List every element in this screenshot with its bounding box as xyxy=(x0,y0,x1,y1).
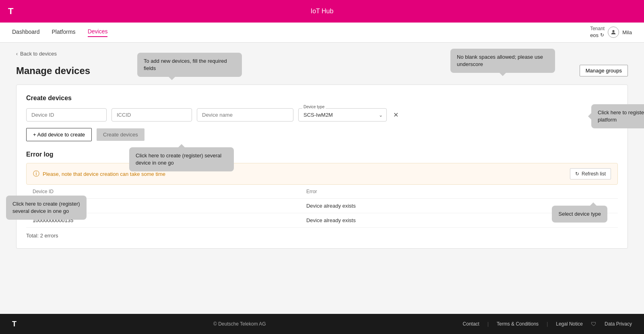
col-error: Error xyxy=(300,185,618,199)
device-type-label: Device type xyxy=(302,105,326,109)
table-row: 10000000000133 Device already exists xyxy=(26,199,618,213)
footer-copyright: © Deutsche Telekom AG xyxy=(213,321,266,327)
device-type-select[interactable]: SCS-IwM2M xyxy=(298,108,387,122)
footer-legal[interactable]: Legal Notice xyxy=(556,321,583,327)
tooltip-register-platform: Click here to create (register) several … xyxy=(129,147,234,171)
create-devices-button[interactable]: Create devices xyxy=(97,128,144,141)
nav-devices[interactable]: Devices xyxy=(88,28,108,37)
close-form-button[interactable]: ✕ xyxy=(392,109,400,120)
app-logo: T xyxy=(8,7,13,16)
create-devices-card: Create devices Device type SCS-IwM2M ⌄ ✕… xyxy=(16,85,628,249)
info-banner-message: Please, note that device creation can ta… xyxy=(43,171,165,177)
footer: T © Deutsche Telekom AG Contact | Terms … xyxy=(0,314,644,334)
secondary-navbar: Dashboard Platforms Devices Tenant eos ↻… xyxy=(0,23,644,43)
tooltip-create-several: Click here to update device statuses Cli… xyxy=(6,196,87,220)
tooltip-no-blank-spaces: No blank spaces allowed; please use unde… xyxy=(450,49,555,73)
manage-groups-button[interactable]: Manage groups xyxy=(580,65,628,76)
add-device-button[interactable]: + Add device to create xyxy=(26,128,92,141)
create-devices-title: Create devices xyxy=(26,95,618,102)
form-buttons-row: + Add device to create Create devices xyxy=(26,128,618,141)
footer-logo: T xyxy=(12,320,17,328)
svg-point-0 xyxy=(612,30,614,32)
error-table: Device ID Error 10000000000133 Device al… xyxy=(26,185,618,228)
footer-privacy[interactable]: Data Privacy xyxy=(605,321,632,327)
footer-terms[interactable]: Terms & Conditions xyxy=(497,321,539,327)
back-arrow-icon: ‹ xyxy=(16,51,18,57)
table-row: 10000000000135 Device already exists xyxy=(26,213,618,228)
info-icon: ⓘ xyxy=(33,170,39,178)
refresh-icon: ↻ xyxy=(575,171,579,177)
iccid-input[interactable] xyxy=(111,108,192,122)
tooltip-select-device-type: Click here to register device to your pl… xyxy=(591,104,644,128)
nav-dashboard[interactable]: Dashboard xyxy=(12,29,40,37)
user-area: Tenant eos ↻ Mila xyxy=(590,26,632,39)
tooltip-fill-fields: To add new devices, fill the required fi… xyxy=(137,53,242,77)
page-title: Manage devices xyxy=(16,65,90,76)
nav-platforms[interactable]: Platforms xyxy=(52,29,76,37)
refresh-list-button[interactable]: ↻ Refresh list xyxy=(570,168,611,179)
create-form-row: Device type SCS-IwM2M ⌄ ✕ xyxy=(26,108,618,122)
user-name: Mila xyxy=(622,29,632,35)
error-table-body: 10000000000133 Device already exists 100… xyxy=(26,199,618,228)
total-errors: Total: 2 errors xyxy=(26,233,618,239)
device-type-wrapper: Device type SCS-IwM2M ⌄ xyxy=(298,108,387,122)
device-name-input[interactable] xyxy=(197,108,293,122)
refresh-label: Refresh list xyxy=(582,171,606,177)
tenant-label: Tenant xyxy=(590,26,605,32)
footer-links: Contact | Terms & Conditions | Legal Not… xyxy=(463,321,632,327)
error-table-header-row: Device ID Error xyxy=(26,185,618,199)
user-avatar-icon xyxy=(608,27,619,38)
device-id-input[interactable] xyxy=(26,108,107,122)
shield-icon: 🛡 xyxy=(591,321,597,327)
tenant-name: eos ↻ xyxy=(590,32,605,39)
breadcrumb-label: Back to devices xyxy=(20,51,57,57)
info-banner: ⓘ Please, note that device creation can … xyxy=(26,163,618,185)
tenant-info: Tenant eos ↻ xyxy=(590,26,605,39)
tooltip-update-statuses: Select device type xyxy=(552,206,607,223)
error-log-title: Error log xyxy=(26,151,618,158)
nav-items: Dashboard Platforms Devices xyxy=(12,28,107,37)
app-title: IoT Hub xyxy=(311,8,334,15)
top-navbar: T IoT Hub xyxy=(0,0,644,23)
main-content: ‹ Back to devices Manage devices Manage … xyxy=(0,43,644,314)
footer-contact[interactable]: Contact xyxy=(463,321,479,327)
